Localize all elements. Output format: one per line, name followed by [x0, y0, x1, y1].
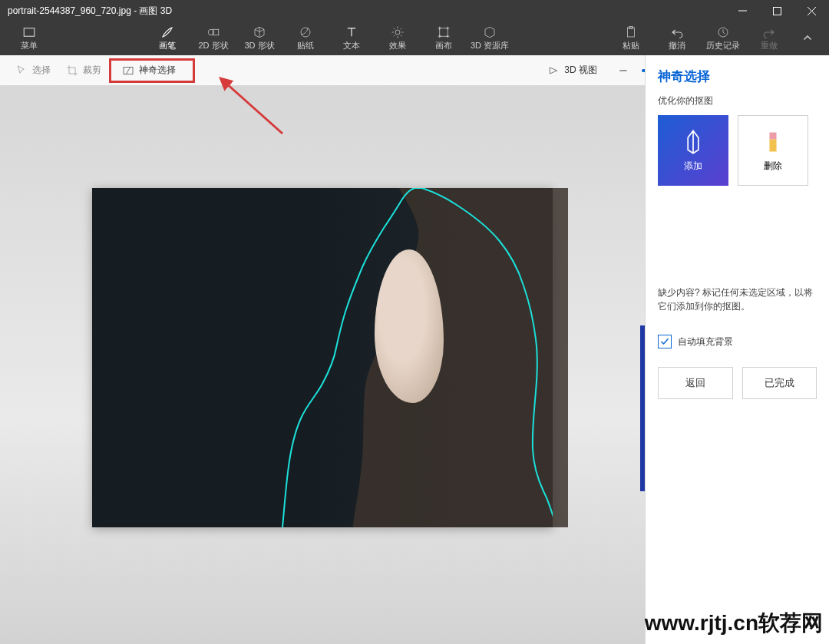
svg-rect-0 [774, 7, 781, 15]
paste-button[interactable]: 粘贴 [608, 21, 654, 55]
history-label: 历史记录 [706, 40, 740, 51]
magic-select-label: 神奇选择 [139, 64, 176, 77]
back-button[interactable]: 返回 [658, 367, 733, 399]
shape2d-tool[interactable]: 2D 形状 [190, 21, 236, 55]
library3d-label: 3D 资源库 [471, 40, 509, 51]
canvas-label: 画布 [435, 40, 452, 51]
canvas-workspace[interactable] [0, 86, 645, 644]
effects-tool[interactable]: 效果 [375, 21, 421, 55]
select-tool[interactable]: 选择 [8, 58, 58, 83]
panel-description: 缺少内容? 标记任何未选定区域，以将它们添加到你的抠图。 [658, 286, 817, 313]
side-panel: 神奇选择 优化你的抠图 添加 删除 缺少内容? 标记任何未选定区域，以将它们添加… [645, 55, 829, 644]
svg-rect-1 [24, 28, 35, 37]
optimize-hint: 优化你的抠图 [658, 94, 817, 107]
pencil-add-icon [682, 129, 704, 155]
undo-button[interactable]: 撤消 [654, 21, 700, 55]
ribbon: 菜单 画笔 2D 形状 3D 形状 贴纸 文本 效果 画布 3D 资源库 粘贴 … [0, 21, 829, 55]
paste-label: 粘贴 [623, 40, 639, 51]
effects-label: 效果 [389, 40, 406, 51]
svg-rect-12 [769, 132, 776, 139]
menu-label: 菜单 [21, 40, 38, 51]
canvas-image[interactable] [92, 188, 553, 527]
sticker-tool[interactable]: 贴纸 [282, 21, 329, 55]
shape3d-tool[interactable]: 3D 形状 [236, 21, 282, 55]
autofill-label: 自动填充背景 [678, 335, 733, 348]
sticker-label: 贴纸 [297, 40, 314, 51]
select-label: 选择 [32, 64, 51, 77]
redo-button[interactable]: 重做 [746, 21, 792, 55]
library3d-tool[interactable]: 3D 资源库 [467, 21, 513, 55]
remove-mode-card[interactable]: 删除 [738, 115, 808, 186]
magic-select-tool[interactable]: 神奇选择 [109, 58, 195, 83]
shape3d-label: 3D 形状 [244, 40, 274, 51]
collapse-ribbon-button[interactable] [792, 21, 823, 55]
shape2d-label: 2D 形状 [198, 40, 228, 51]
watermark-text: www.rjtj.cn软荐网 [645, 609, 823, 638]
crop-label: 裁剪 [83, 64, 101, 77]
text-label: 文本 [343, 40, 360, 51]
brush-label: 画笔 [159, 40, 176, 51]
undo-label: 撤消 [669, 40, 685, 51]
svg-rect-13 [769, 139, 776, 151]
panel-title: 神奇选择 [658, 68, 817, 85]
done-button[interactable]: 已完成 [742, 367, 817, 399]
svg-point-5 [395, 30, 400, 35]
svg-line-11 [226, 83, 282, 134]
maximize-button[interactable] [760, 0, 794, 21]
magic-selection-outline [92, 188, 553, 527]
view3d-label: 3D 视图 [564, 64, 597, 77]
menu-button[interactable]: 菜单 [6, 21, 52, 55]
checkbox-checked-icon [658, 335, 672, 348]
annotation-arrow [218, 77, 287, 141]
view3d-toggle[interactable]: 3D 视图 [547, 64, 597, 77]
close-button[interactable] [794, 0, 829, 21]
remove-label: 删除 [764, 160, 782, 173]
redo-label: 重做 [761, 40, 778, 51]
eraser-icon [762, 129, 784, 155]
window-controls [725, 0, 829, 21]
minimize-button[interactable] [725, 0, 760, 21]
window-title: portrait-2544387_960_720.jpg - 画图 3D [8, 5, 725, 18]
titlebar: portrait-2544387_960_720.jpg - 画图 3D [0, 0, 829, 21]
svg-rect-6 [440, 28, 448, 37]
add-label: 添加 [684, 160, 702, 173]
brush-tool[interactable]: 画笔 [144, 21, 190, 55]
autofill-checkbox-row[interactable]: 自动填充背景 [658, 335, 817, 348]
history-button[interactable]: 历史记录 [700, 21, 746, 55]
canvas-tool[interactable]: 画布 [421, 21, 467, 55]
crop-tool[interactable]: 裁剪 [58, 58, 109, 83]
text-tool[interactable]: 文本 [329, 21, 375, 55]
zoom-out-button[interactable] [613, 60, 634, 81]
add-mode-card[interactable]: 添加 [658, 115, 728, 186]
